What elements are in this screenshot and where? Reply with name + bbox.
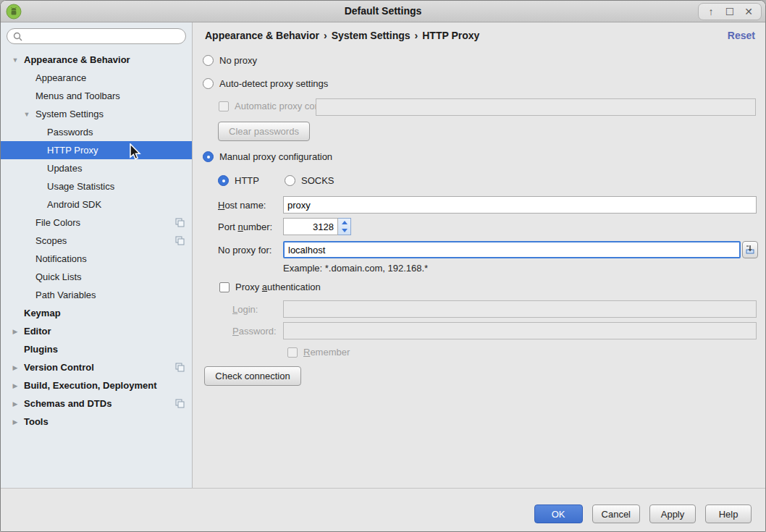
proxy-auth-label: Proxy authentication: [235, 282, 321, 292]
sidebar-item-menus-toolbars[interactable]: Menus and Toolbars: [1, 87, 192, 105]
search-icon: [13, 32, 22, 41]
breadcrumb-system-settings[interactable]: System Settings: [332, 30, 411, 41]
chevron-down-icon[interactable]: ▼: [21, 111, 33, 118]
sidebar-item-android-sdk[interactable]: Android SDK: [1, 195, 192, 214]
auto-detect-radio[interactable]: [203, 78, 214, 89]
sidebar-item-http-proxy[interactable]: HTTP Proxy: [1, 141, 192, 159]
port-number-label: Port number:: [218, 221, 272, 232]
shared-settings-icon: [175, 218, 185, 227]
no-proxy-for-label: No proxy for:: [218, 245, 272, 256]
shared-settings-icon: [175, 399, 185, 408]
port-number-stepper: [283, 218, 351, 235]
sidebar-item-appearance-behavior[interactable]: ▼Appearance & Behavior: [1, 51, 192, 69]
password-field[interactable]: [283, 322, 757, 339]
window-title: Default Settings: [1, 1, 765, 22]
reset-link[interactable]: Reset: [728, 30, 755, 41]
sidebar-item-updates[interactable]: Updates: [1, 159, 192, 177]
no-proxy-for-field[interactable]: [283, 241, 741, 258]
sidebar-item-quick-lists[interactable]: Quick Lists: [1, 268, 192, 286]
spin-up-button[interactable]: [338, 219, 350, 227]
sidebar-item-schemas-dtds[interactable]: ▶Schemas and DTDs: [1, 394, 192, 413]
shade-window-icon[interactable]: ↑: [703, 4, 719, 19]
auto-url-checkbox[interactable]: [219, 101, 229, 111]
host-name-label: Host name:: [218, 200, 266, 211]
manual-proxy-label: Manual proxy configuration: [219, 151, 332, 162]
titlebar[interactable]: Default Settings ↑ ☐ ✕: [1, 1, 765, 22]
remember-option: Remember: [287, 347, 350, 358]
no-proxy-radio[interactable]: [203, 55, 214, 66]
sidebar-item-system-settings[interactable]: ▼System Settings: [1, 105, 192, 123]
sidebar-item-version-control[interactable]: ▶Version Control: [1, 358, 192, 376]
sidebar-item-path-variables[interactable]: Path Variables: [1, 286, 192, 304]
window-controls: ↑ ☐ ✕: [698, 3, 762, 20]
password-label: Password:: [232, 326, 277, 337]
chevron-right-icon[interactable]: ▶: [9, 382, 21, 389]
chevron-right-icon[interactable]: ▶: [9, 328, 21, 335]
sidebar-item-scopes[interactable]: Scopes: [1, 232, 192, 250]
sidebar-item-keymap[interactable]: Keymap: [1, 304, 192, 322]
shared-settings-icon: [175, 236, 185, 245]
maximize-window-icon[interactable]: ☐: [722, 4, 738, 19]
remember-checkbox[interactable]: [287, 347, 298, 358]
http-proxy-settings-panel: Appearance & Behavior›System Settings›HT…: [193, 22, 766, 488]
close-window-icon[interactable]: ✕: [741, 4, 757, 19]
check-connection-button[interactable]: Check connection: [204, 366, 301, 386]
settings-tree: ▼Appearance & Behavior Appearance Menus …: [1, 48, 192, 488]
default-settings-dialog: Default Settings ↑ ☐ ✕ ▼Appearance & Beh…: [0, 0, 766, 532]
clear-passwords-button[interactable]: Clear passwords: [218, 122, 310, 141]
sidebar-item-file-colors[interactable]: File Colors: [1, 214, 192, 232]
chevron-right-icon[interactable]: ▶: [9, 400, 21, 408]
manual-proxy-radio[interactable]: [203, 151, 214, 162]
dialog-footer: OK Cancel Apply Help: [1, 488, 765, 531]
no-proxy-example-hint: Example: *.domain.com, 192.168.*: [283, 263, 428, 274]
socks-option[interactable]: SOCKS: [285, 175, 334, 186]
triangle-down-icon: [342, 229, 348, 232]
host-name-field[interactable]: [283, 196, 757, 214]
socks-radio[interactable]: [285, 175, 295, 186]
http-label: HTTP: [235, 175, 259, 186]
auto-detect-option[interactable]: Auto-detect proxy settings: [203, 78, 328, 89]
proxy-auth-option[interactable]: Proxy authentication: [219, 282, 321, 292]
sidebar-item-usage-statistics[interactable]: Usage Statistics: [1, 177, 192, 195]
apply-button[interactable]: Apply: [649, 504, 696, 523]
sidebar-item-plugins[interactable]: Plugins: [1, 340, 192, 358]
spinner-arrows: [338, 218, 351, 235]
breadcrumb-appearance-behavior[interactable]: Appearance & Behavior: [205, 30, 319, 41]
proxy-auth-checkbox[interactable]: [219, 282, 230, 292]
http-option[interactable]: HTTP: [218, 175, 259, 186]
sidebar-item-appearance[interactable]: Appearance: [1, 69, 192, 87]
ok-button[interactable]: OK: [534, 504, 583, 523]
help-button[interactable]: Help: [705, 504, 752, 523]
cancel-button[interactable]: Cancel: [592, 504, 640, 523]
breadcrumb-http-proxy: HTTP Proxy: [422, 30, 479, 41]
sidebar-item-build-execution-deployment[interactable]: ▶Build, Execution, Deployment: [1, 376, 192, 394]
port-number-field[interactable]: [283, 218, 338, 235]
sidebar-item-notifications[interactable]: Notifications: [1, 250, 192, 268]
sidebar-item-editor[interactable]: ▶Editor: [1, 322, 192, 340]
login-label: Login:: [232, 304, 258, 315]
breadcrumb: Appearance & Behavior›System Settings›HT…: [205, 30, 479, 41]
http-radio[interactable]: [218, 175, 229, 186]
remember-label: Remember: [303, 347, 350, 358]
sidebar-item-tools[interactable]: ▶Tools: [1, 413, 192, 431]
settings-search-box[interactable]: [7, 28, 186, 44]
no-proxy-label: No proxy: [219, 55, 257, 66]
chevron-right-icon[interactable]: ▶: [9, 418, 21, 426]
chevron-down-icon[interactable]: ▼: [9, 56, 21, 64]
spin-down-button[interactable]: [338, 227, 350, 235]
sidebar-item-passwords[interactable]: Passwords: [1, 123, 192, 141]
chevron-right-icon[interactable]: ▶: [9, 364, 21, 371]
search-input[interactable]: [26, 31, 180, 42]
paste-into-field-icon: [745, 245, 755, 255]
triangle-up-icon: [342, 221, 348, 224]
manual-proxy-option[interactable]: Manual proxy configuration: [203, 151, 332, 162]
auto-url-field[interactable]: [316, 98, 756, 116]
insert-value-button[interactable]: [742, 241, 758, 258]
socks-label: SOCKS: [301, 175, 334, 186]
auto-detect-label: Auto-detect proxy settings: [219, 78, 328, 89]
settings-sidebar: ▼Appearance & Behavior Appearance Menus …: [1, 22, 193, 488]
login-field[interactable]: [283, 300, 757, 318]
shared-settings-icon: [175, 363, 185, 372]
no-proxy-option[interactable]: No proxy: [203, 55, 257, 66]
